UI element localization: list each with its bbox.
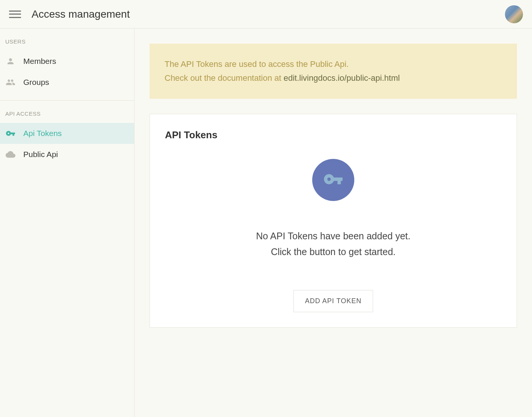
avatar[interactable] [505, 5, 523, 23]
notice-line2-prefix: Check out the documentation at [165, 73, 284, 83]
info-notice: The API Tokens are used to access the Pu… [150, 44, 517, 99]
sidebar-header-api-access: API ACCESS [0, 101, 134, 123]
sidebar-section-users: USERS Members Groups [0, 29, 134, 101]
person-icon [5, 56, 16, 66]
api-tokens-card: API Tokens No API Tokens have been added… [150, 114, 517, 328]
empty-line2: Click the button to get started. [256, 244, 411, 260]
notice-line2: Check out the documentation at edit.livi… [165, 71, 502, 85]
add-api-token-button[interactable]: ADD API TOKEN [293, 290, 373, 312]
key-icon [5, 128, 16, 139]
header: Access management [0, 0, 532, 29]
sidebar-item-label: Api Tokens [23, 129, 62, 138]
card-title: API Tokens [165, 129, 502, 141]
key-icon [323, 169, 343, 191]
sidebar-item-public-api[interactable]: Public Api [0, 144, 134, 165]
people-icon [5, 77, 16, 88]
sidebar-item-groups[interactable]: Groups [0, 72, 134, 93]
empty-state: No API Tokens have been added yet. Click… [165, 159, 502, 312]
sidebar-item-label: Public Api [23, 150, 58, 159]
sidebar: USERS Members Groups API ACCESS [0, 29, 135, 417]
sidebar-item-api-tokens[interactable]: Api Tokens [0, 123, 134, 144]
notice-line1: The API Tokens are used to access the Pu… [165, 57, 502, 71]
sidebar-item-label: Groups [23, 78, 49, 87]
documentation-link[interactable]: edit.livingdocs.io/public-api.html [284, 73, 400, 83]
sidebar-item-label: Members [23, 57, 56, 66]
hamburger-menu-icon[interactable] [9, 10, 21, 19]
empty-line1: No API Tokens have been added yet. [256, 228, 411, 244]
main-content: The API Tokens are used to access the Pu… [135, 29, 532, 417]
empty-state-text: No API Tokens have been added yet. Click… [256, 228, 411, 260]
sidebar-header-users: USERS [0, 29, 134, 51]
sidebar-item-members[interactable]: Members [0, 51, 134, 72]
cloud-icon [5, 149, 16, 160]
empty-state-icon-circle [312, 159, 354, 201]
page-title: Access management [32, 8, 130, 20]
sidebar-section-api-access: API ACCESS Api Tokens Public Api [0, 101, 134, 165]
